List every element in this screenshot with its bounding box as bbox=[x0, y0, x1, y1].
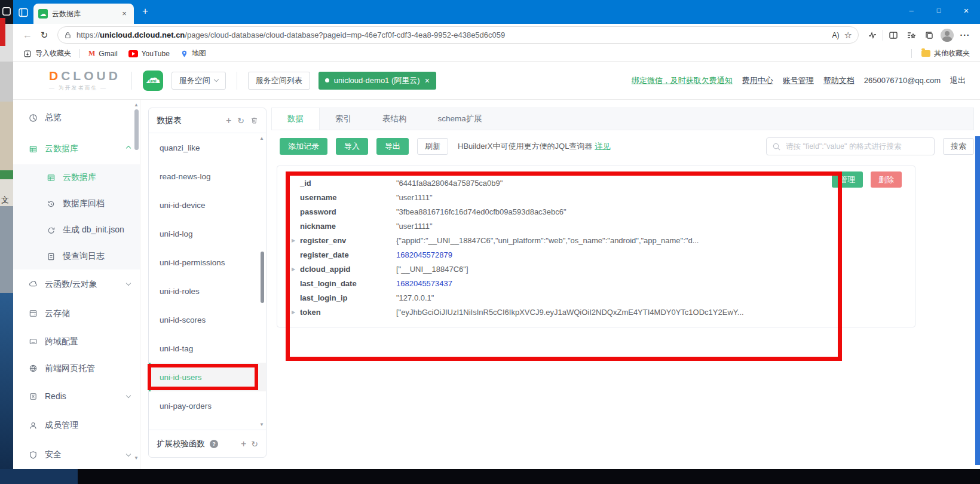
table-list-item[interactable]: uni-id-device bbox=[149, 191, 266, 219]
sidebar-scroll-down-icon[interactable] bbox=[134, 455, 139, 461]
favorites-bar-icon[interactable] bbox=[902, 27, 920, 44]
other-favorites[interactable]: 其他收藏夹 bbox=[917, 47, 974, 60]
sidebar-item-members[interactable]: 成员管理 bbox=[13, 411, 140, 440]
storage-icon bbox=[29, 309, 38, 318]
new-tab-button[interactable] bbox=[137, 4, 153, 20]
screen: 云数据库 https://unicloud.dcloud.net.cn/page… bbox=[0, 0, 980, 484]
account-link[interactable]: 账号管理 bbox=[783, 75, 814, 86]
profile-avatar[interactable] bbox=[938, 27, 956, 44]
sidebar-item-overview[interactable]: 总览 bbox=[13, 102, 140, 133]
browser-tab[interactable]: 云数据库 bbox=[33, 4, 134, 24]
favorite-star-icon[interactable] bbox=[844, 30, 852, 41]
sidebar-item-web-hosting[interactable]: 前端网页托管 bbox=[13, 355, 140, 382]
jql-tip-text: HBuilderX中可使用更方便的JQL查询器详见 bbox=[458, 141, 610, 152]
workspaces-icon[interactable] bbox=[18, 7, 29, 18]
refresh-tables-icon[interactable] bbox=[237, 117, 244, 125]
tip-detail-link[interactable]: 详见 bbox=[595, 142, 610, 151]
sidebar-item-cloud-database[interactable]: 云数据库 bbox=[13, 164, 140, 191]
import-button[interactable]: 导入 bbox=[336, 138, 368, 155]
field-value: "user1111" bbox=[396, 222, 433, 231]
sidebar-item-cloud-storage[interactable]: 云存储 bbox=[13, 299, 140, 328]
member-person-icon bbox=[29, 421, 38, 430]
export-button[interactable]: 导出 bbox=[376, 138, 409, 155]
minimize-button[interactable] bbox=[898, 0, 925, 20]
expand-arrow-icon[interactable] bbox=[292, 238, 300, 243]
collections-icon[interactable] bbox=[920, 27, 938, 44]
background-window-icon bbox=[2, 7, 11, 16]
sidebar-item-cors-config[interactable]: 跨域配置 bbox=[13, 328, 140, 355]
table-list-item[interactable]: read-news-log bbox=[149, 162, 266, 191]
reload-icon[interactable] bbox=[36, 27, 53, 44]
table-list-item[interactable]: uni-id-permissions bbox=[149, 248, 266, 277]
sidebar-group-cloud-database[interactable]: 云数据库 bbox=[13, 133, 140, 164]
search-input[interactable] bbox=[767, 138, 934, 155]
table-list-item[interactable]: uni-id-tag bbox=[149, 334, 266, 363]
tab-schema-ext[interactable]: schema扩展 bbox=[422, 108, 498, 130]
url-field[interactable]: https://unicloud.dcloud.net.cn/pages/clo… bbox=[57, 26, 859, 44]
expand-arrow-icon[interactable] bbox=[292, 310, 300, 315]
gmail-icon: M bbox=[88, 49, 95, 58]
browser-essentials-icon[interactable] bbox=[863, 27, 881, 44]
search-box[interactable] bbox=[766, 137, 935, 155]
delete-button[interactable]: 删除 bbox=[871, 171, 902, 188]
bookmark-gmail[interactable]: M Gmail bbox=[84, 48, 122, 59]
back-icon[interactable] bbox=[19, 27, 36, 44]
search-icon bbox=[772, 142, 781, 151]
settings-more-icon[interactable] bbox=[956, 27, 974, 44]
close-button[interactable] bbox=[953, 0, 980, 20]
field-value: 1682045572879 bbox=[396, 250, 452, 259]
tab-close-icon[interactable] bbox=[120, 9, 129, 19]
split-screen-icon[interactable] bbox=[884, 27, 902, 44]
sidebar-item-redis[interactable]: Redis bbox=[13, 382, 140, 411]
search-button[interactable]: 搜索 bbox=[943, 138, 974, 155]
bookmark-import[interactable]: 导入收藏夹 bbox=[19, 47, 75, 60]
billing-link[interactable]: 费用中心 bbox=[742, 75, 773, 86]
list-scroll-up-icon[interactable] bbox=[259, 136, 264, 141]
env-tab-unicloud-demo1[interactable]: unicloud-demo1 (阿里云) bbox=[318, 72, 436, 90]
field-value: "6441fa8a28064a75875ca0b9" bbox=[396, 179, 503, 188]
sidebar-item-cloud-functions[interactable]: 云函数/云对象 bbox=[13, 269, 140, 299]
sidebar-item-slow-query-log[interactable]: 慢查询日志 bbox=[13, 243, 140, 269]
service-space-list-button[interactable]: 服务空间列表 bbox=[248, 72, 310, 90]
table-list-item[interactable]: uni-pay-orders bbox=[149, 391, 266, 420]
table-list-item[interactable]: quanzi_like bbox=[149, 133, 266, 162]
add-function-icon[interactable] bbox=[241, 439, 246, 449]
url-text: https://unicloud.dcloud.net.cn/pages/clo… bbox=[76, 30, 828, 39]
help-icon[interactable] bbox=[210, 440, 218, 448]
env-close-icon[interactable] bbox=[425, 76, 430, 85]
expand-arrow-icon[interactable] bbox=[292, 266, 300, 272]
trash-icon[interactable] bbox=[250, 117, 258, 124]
manage-button[interactable]: 管理 bbox=[832, 171, 863, 188]
refresh-button[interactable]: 刷新 bbox=[417, 138, 448, 155]
window-controls bbox=[898, 0, 980, 20]
dcloud-logo[interactable]: DCLOUD 为开发者而生 bbox=[49, 69, 121, 92]
add-table-icon[interactable] bbox=[226, 116, 231, 125]
sidebar-item-db-rollback[interactable]: 数据库回档 bbox=[13, 191, 140, 217]
add-record-button[interactable]: 添加记录 bbox=[280, 138, 327, 155]
tab-data[interactable]: 数据 bbox=[272, 108, 320, 130]
bind-wechat-link[interactable]: 绑定微信，及时获取欠费通知 bbox=[632, 75, 733, 86]
tab-schema[interactable]: 表结构 bbox=[367, 108, 422, 130]
maximize-button[interactable] bbox=[925, 0, 953, 20]
table-list-item[interactable]: uni-id-log bbox=[149, 219, 266, 248]
maps-pin-icon bbox=[180, 50, 188, 58]
logout-link[interactable]: 退出 bbox=[950, 75, 966, 86]
tab-index[interactable]: 索引 bbox=[320, 108, 367, 130]
bookmark-maps[interactable]: 地图 bbox=[176, 47, 210, 60]
bookmark-youtube[interactable]: YouTube bbox=[124, 48, 174, 59]
table-list-item[interactable]: uni-id-roles bbox=[149, 277, 266, 305]
list-scroll-down-icon[interactable] bbox=[259, 422, 264, 427]
refresh-functions-icon[interactable] bbox=[251, 440, 258, 448]
sidebar-scrollbar-thumb[interactable] bbox=[134, 109, 139, 150]
list-scrollbar-thumb[interactable] bbox=[261, 252, 264, 303]
sidebar-scroll-up-icon[interactable] bbox=[134, 102, 139, 108]
read-aloud-icon[interactable] bbox=[832, 31, 840, 39]
service-space-dropdown[interactable]: 服务空间 bbox=[172, 72, 226, 90]
chevron-up-icon bbox=[126, 145, 131, 150]
sidebar-item-db-init-json[interactable]: 生成 db_init.json bbox=[13, 217, 140, 243]
sidebar-item-security[interactable]: 安全 bbox=[13, 440, 140, 469]
import-favorites-icon bbox=[23, 50, 32, 58]
table-list-item-active[interactable]: uni-id-users bbox=[149, 363, 266, 391]
docs-link[interactable]: 帮助文档 bbox=[823, 75, 855, 86]
table-list-item[interactable]: uni-id-scores bbox=[149, 305, 266, 334]
